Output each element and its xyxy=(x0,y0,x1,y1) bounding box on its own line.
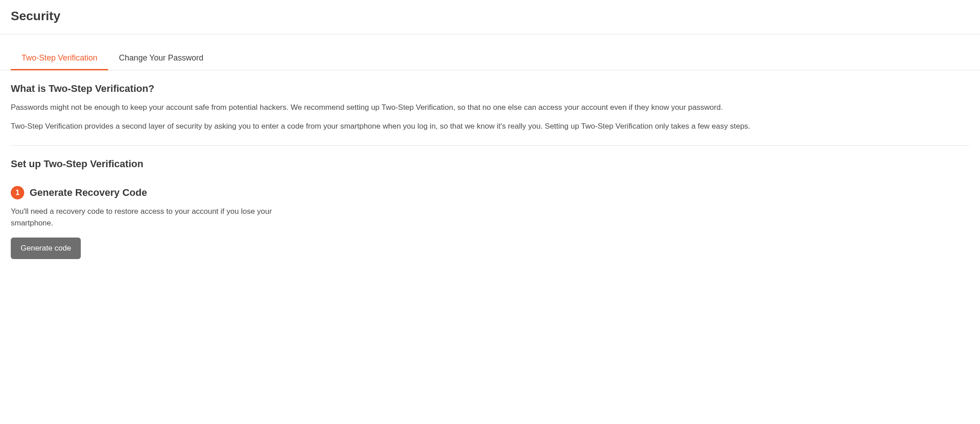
tabs: Two-Step Verification Change Your Passwo… xyxy=(0,47,980,70)
intro-heading: What is Two-Step Verification? xyxy=(11,83,969,95)
step-1-description: You'll need a recovery code to restore a… xyxy=(11,206,307,229)
divider xyxy=(11,145,969,146)
tab-two-step-verification[interactable]: Two-Step Verification xyxy=(11,47,108,70)
intro-paragraph-1: Passwords might not be enough to keep yo… xyxy=(11,102,969,113)
intro-paragraph-2: Two-Step Verification provides a second … xyxy=(11,121,969,132)
page-header: Security xyxy=(0,0,980,35)
step-1-header: 1 Generate Recovery Code xyxy=(11,186,969,199)
content: What is Two-Step Verification? Passwords… xyxy=(0,70,980,272)
tab-change-password[interactable]: Change Your Password xyxy=(108,47,214,70)
step-1-title: Generate Recovery Code xyxy=(30,187,147,199)
page-title: Security xyxy=(11,9,969,23)
generate-code-button[interactable]: Generate code xyxy=(11,238,81,259)
setup-heading: Set up Two-Step Verification xyxy=(11,158,969,170)
step-number-badge: 1 xyxy=(11,186,24,199)
